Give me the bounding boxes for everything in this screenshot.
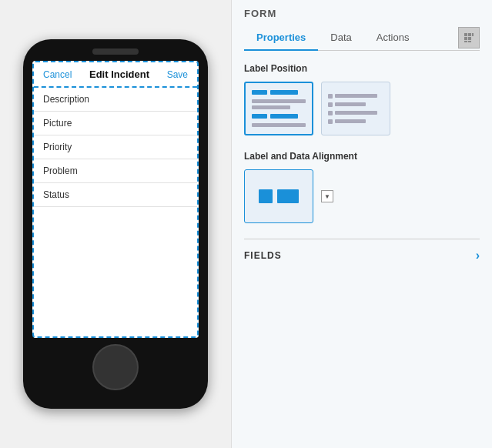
beside-row-3 [328, 111, 383, 115]
label-short-bar [252, 90, 267, 95]
label-long-bar [270, 90, 298, 95]
label-short-bar-2 [252, 114, 267, 119]
field-problem: Problem [34, 159, 197, 183]
phone-screen: Cancel Edit Incident Save Description Pi… [32, 61, 199, 338]
alignment-option[interactable] [244, 169, 313, 223]
label-position-above[interactable] [244, 82, 313, 135]
form-tabs: Properties Data Actions [244, 25, 480, 51]
form-panel: FORM Properties Data Actions [231, 0, 492, 448]
phone-screen-title: Edit Incident [89, 69, 149, 80]
align-options-row: ▼ [244, 169, 480, 223]
form-body: Label Position [232, 51, 492, 448]
beside-row-1 [328, 94, 383, 99]
form-title: FORM [244, 8, 480, 19]
content-line-3 [252, 123, 306, 127]
fields-label: FIELDS [244, 250, 282, 261]
field-description: Description [34, 88, 197, 112]
field-picture: Picture [34, 112, 197, 135]
phone-fields-list: Description Picture Priority Problem Sta… [34, 88, 197, 207]
cancel-button[interactable]: Cancel [43, 69, 72, 80]
svg-rect-4 [468, 37, 471, 40]
label-alignment-heading: Label and Data Alignment [244, 151, 480, 162]
label-position-options [244, 82, 480, 135]
content-line-1 [252, 99, 306, 103]
align-short-block [259, 189, 273, 203]
grid-icon [464, 32, 474, 43]
tab-properties[interactable]: Properties [244, 25, 318, 51]
label-align-section: Label and Data Alignment ▼ [244, 151, 480, 223]
phone-header: Cancel Edit Incident Save [34, 62, 197, 88]
field-status: Status [34, 183, 197, 207]
tab-data[interactable]: Data [318, 25, 363, 51]
form-header: FORM Properties Data Actions [232, 0, 492, 51]
content-line-2 [252, 105, 290, 109]
align-long-block [277, 189, 299, 203]
svg-rect-3 [464, 37, 467, 40]
label-above-lines-2 [252, 123, 306, 127]
label-long-bar-2 [270, 114, 298, 119]
phone-speaker [92, 48, 139, 55]
fields-section: FIELDS › [244, 239, 480, 262]
phone-panel: Cancel Edit Incident Save Description Pi… [0, 0, 231, 448]
tab-icon-button[interactable] [458, 27, 480, 48]
label-above-indicator [252, 90, 298, 95]
phone-home-button[interactable] [92, 344, 139, 390]
tab-actions[interactable]: Actions [364, 25, 422, 51]
field-priority: Priority [34, 135, 197, 159]
fields-row[interactable]: FIELDS › [244, 249, 480, 262]
svg-rect-6 [468, 41, 471, 42]
fields-chevron-icon: › [476, 249, 480, 262]
phone-mockup: Cancel Edit Incident Save Description Pi… [23, 39, 208, 409]
svg-rect-0 [464, 33, 467, 36]
label-beside-lines [328, 94, 383, 124]
beside-row-4 [328, 119, 383, 124]
beside-row-2 [328, 102, 383, 107]
alignment-dropdown[interactable]: ▼ [321, 190, 333, 202]
svg-rect-1 [468, 33, 471, 36]
label-above-indicator-2 [252, 114, 298, 119]
label-position-beside[interactable] [321, 82, 390, 135]
svg-rect-5 [464, 41, 467, 42]
save-button[interactable]: Save [167, 69, 188, 80]
label-above-lines [252, 99, 306, 109]
label-position-heading: Label Position [244, 63, 480, 74]
svg-rect-2 [472, 33, 474, 36]
